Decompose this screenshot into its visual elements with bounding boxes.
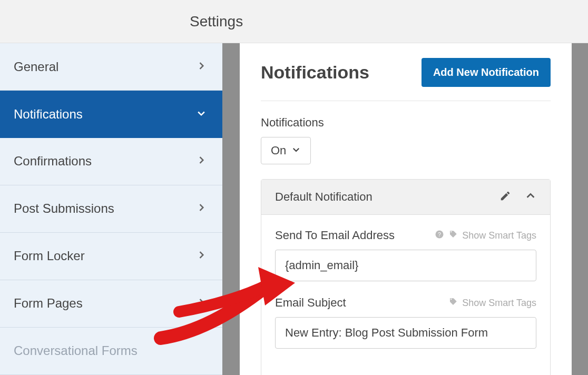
sidebar-item-notifications[interactable]: Notifications bbox=[0, 91, 222, 138]
chevron-right-icon bbox=[196, 249, 207, 263]
subject-smart-tags[interactable]: Show Smart Tags bbox=[448, 297, 536, 309]
send-to-field: Send To Email Address ? Show Smart Tags bbox=[275, 229, 536, 281]
top-bar: Settings bbox=[0, 0, 588, 43]
chevron-down-icon bbox=[291, 144, 301, 157]
help-icon: ? bbox=[435, 230, 444, 242]
tag-icon bbox=[448, 230, 458, 242]
smart-tags-label: Show Smart Tags bbox=[462, 230, 536, 241]
panel-header: Default Notification bbox=[261, 180, 550, 215]
sidebar-item-label: Form Locker bbox=[14, 249, 85, 263]
sidebar-item-general[interactable]: General bbox=[0, 43, 222, 91]
panel-title: Default Notification bbox=[275, 190, 373, 204]
content-pane: Notifications Add New Notification Notif… bbox=[240, 43, 572, 375]
sidebar-item-confirmations[interactable]: Confirmations bbox=[0, 138, 222, 185]
send-to-input[interactable] bbox=[275, 250, 536, 281]
sidebar-item-label: Form Pages bbox=[14, 296, 83, 311]
edit-icon[interactable] bbox=[499, 190, 511, 204]
subject-input[interactable] bbox=[275, 317, 536, 349]
chevron-right-icon bbox=[196, 154, 207, 169]
content-heading: Notifications bbox=[261, 62, 369, 83]
subject-label: Email Subject bbox=[275, 296, 346, 310]
chevron-right-icon bbox=[196, 201, 207, 216]
page-section-title: Settings bbox=[190, 13, 243, 30]
panel-body: Send To Email Address ? Show Smart Tags bbox=[261, 215, 550, 375]
svg-text:?: ? bbox=[438, 231, 441, 237]
sidebar-item-form-pages[interactable]: Form Pages bbox=[0, 280, 222, 328]
left-gutter bbox=[222, 43, 240, 375]
sidebar-item-label: General bbox=[14, 60, 58, 74]
content-header: Notifications Add New Notification bbox=[261, 58, 551, 101]
chevron-up-icon[interactable] bbox=[525, 190, 536, 204]
main-area: General Notifications Confirmations Post… bbox=[0, 43, 588, 375]
chevron-right-icon bbox=[196, 296, 207, 311]
sidebar-item-label: Post Submissions bbox=[14, 201, 114, 216]
send-to-smart-tags[interactable]: ? Show Smart Tags bbox=[435, 230, 536, 242]
toggle-value: On bbox=[271, 144, 286, 157]
add-notification-button[interactable]: Add New Notification bbox=[422, 58, 551, 87]
smart-tags-label: Show Smart Tags bbox=[462, 298, 536, 309]
panel-actions bbox=[499, 190, 536, 204]
sidebar-item-post-submissions[interactable]: Post Submissions bbox=[0, 185, 222, 233]
right-gutter bbox=[572, 43, 588, 375]
notifications-toggle-label: Notifications bbox=[261, 116, 551, 130]
notifications-toggle-select[interactable]: On bbox=[261, 137, 311, 164]
chevron-down-icon bbox=[196, 107, 207, 122]
sidebar-item-label: Conversational Forms bbox=[14, 343, 138, 358]
send-to-label: Send To Email Address bbox=[275, 229, 395, 242]
sidebar-item-conversational-forms[interactable]: Conversational Forms bbox=[0, 328, 222, 375]
sidebar-item-label: Notifications bbox=[14, 107, 83, 122]
settings-sidebar: General Notifications Confirmations Post… bbox=[0, 43, 222, 375]
default-notification-panel: Default Notification Send To Email Addre… bbox=[261, 179, 551, 375]
email-subject-field: Email Subject Show Smart Tags bbox=[275, 296, 536, 349]
sidebar-item-form-locker[interactable]: Form Locker bbox=[0, 233, 222, 280]
sidebar-item-label: Confirmations bbox=[14, 154, 92, 169]
chevron-right-icon bbox=[196, 60, 207, 74]
tag-icon bbox=[448, 297, 458, 309]
